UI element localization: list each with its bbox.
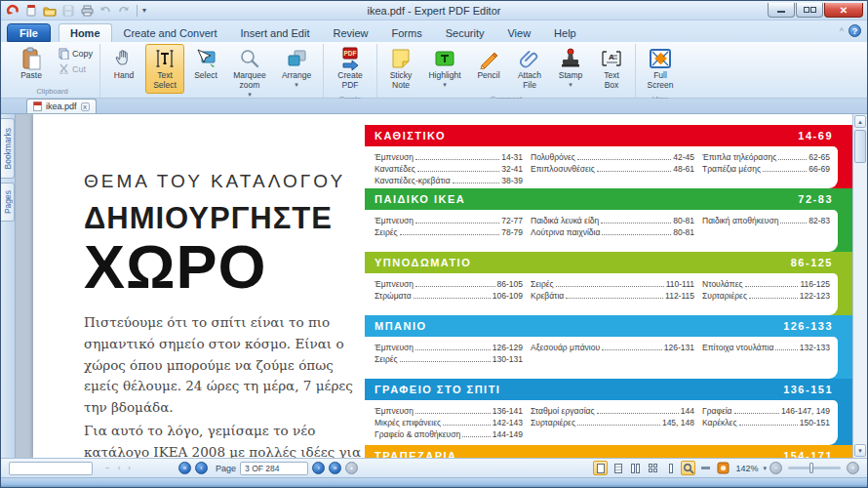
highlight-button[interactable]: Highlight ▾ [422, 44, 467, 91]
pencil-button[interactable]: Pencil [469, 44, 508, 84]
hand-tool-button[interactable]: Hand [104, 44, 143, 84]
toc-entry: Σειρές130-131 [375, 352, 523, 364]
previous-page-button[interactable]: ‹ [195, 462, 208, 474]
single-page-view-button[interactable] [593, 461, 608, 475]
stamp-caret-icon: ▾ [569, 81, 572, 88]
zoom-percentage[interactable]: 142% [735, 464, 758, 473]
arrange-caret-icon: ▾ [295, 81, 298, 88]
text-select-button[interactable]: Text Select [145, 44, 184, 94]
save-icon[interactable] [60, 4, 76, 18]
tab-security[interactable]: Security [434, 23, 496, 42]
tab-home[interactable]: Home [59, 23, 112, 42]
scroll-down-icon[interactable]: ▼ [854, 444, 866, 457]
zoom-slider-knob[interactable] [809, 463, 813, 473]
select-tool-button[interactable]: Select [186, 44, 225, 84]
sidebar-tab-pages[interactable]: Pages [1, 183, 15, 222]
arrange-button[interactable]: Arrange ▾ [274, 44, 319, 91]
create-pdf-button[interactable]: PDF Create PDF [328, 44, 373, 94]
facing-view-button[interactable] [628, 461, 643, 475]
hand-icon [113, 47, 135, 70]
toc-entry: Έμπνευση136-141 [375, 404, 523, 416]
previous-view-button[interactable]: • [345, 462, 358, 474]
minimize-ribbon-icon[interactable]: ^ [840, 26, 844, 36]
document-tab-close-icon[interactable]: x [81, 102, 90, 111]
toc-section-living-room: ΚΑΘΙΣΤΙΚΟ14-69 Έμπνευση14-31 Καναπέδες32… [365, 125, 852, 188]
sticky-note-button[interactable]: Sticky Note [381, 44, 420, 94]
highlight-icon [434, 47, 455, 70]
zoom-caret-icon[interactable]: ▾ [763, 465, 767, 471]
last-page-button[interactable]: » [329, 462, 341, 474]
stamp-button[interactable]: Stamp ▾ [551, 44, 590, 91]
next-page-button[interactable]: › [312, 462, 325, 474]
toc-section-dining-room: ΤΡΑΠΕΖΑΡΙΑ154-171 [365, 445, 852, 458]
undo-icon[interactable] [98, 4, 113, 18]
group-view: Full Screen View [636, 44, 685, 98]
page-number-input[interactable] [240, 462, 308, 475]
section-range: 154-171 [783, 450, 833, 458]
status-search-field[interactable] [9, 462, 93, 475]
highlight-caret-icon: ▾ [443, 81, 447, 88]
restore-button[interactable] [796, 3, 823, 18]
qat-menu-caret-icon[interactable]: ▾ [142, 6, 146, 15]
zoom-in-button[interactable]: + [847, 462, 859, 474]
marquee-zoom-toggle-button[interactable] [681, 461, 695, 475]
scrollbar-thumb[interactable] [854, 130, 866, 163]
paste-button[interactable]: Paste [9, 44, 54, 84]
section-range: 126-133 [783, 320, 833, 332]
redo-icon[interactable] [116, 4, 132, 18]
sidebar-tab-bookmarks[interactable]: Bookmarks [1, 118, 15, 179]
first-page-button[interactable]: « [178, 462, 191, 474]
text-box-icon: A [601, 47, 622, 70]
scroll-up-icon[interactable]: ▲ [854, 115, 866, 128]
page-flip-view-button[interactable] [663, 461, 678, 475]
mini-prev-icon[interactable]: ‹ [115, 464, 124, 472]
tab-forms[interactable]: Forms [380, 23, 434, 42]
mini-minus-icon[interactable]: − [102, 464, 113, 472]
toc-entry: Συρταριέρες145, 148 [531, 416, 694, 427]
mini-next-icon[interactable]: › [125, 464, 134, 472]
toc-entry: Κρεβάτια112-115 [531, 289, 694, 301]
continuous-facing-view-button[interactable] [646, 461, 660, 475]
tab-review[interactable]: Review [321, 23, 379, 42]
dynamic-zoom-button[interactable] [716, 461, 730, 475]
app-logo-icon[interactable] [5, 4, 20, 18]
loupe-icon [701, 467, 710, 469]
loupe-tool-button[interactable] [698, 461, 713, 475]
toc-section-home-office: ΓΡΑΦΕΙΟ ΣΤΟ ΣΠΙΤΙ136-151 Έμπνευση136-141… [365, 379, 852, 445]
tab-insert-and-edit[interactable]: Insert and Edit [229, 23, 322, 42]
document-area: Bookmarks Pages ΘΕΜΑ ΤΟΥ ΚΑΤΑΛΟΓΟΥ ΔΗΜΙΟ… [1, 114, 867, 458]
toc-entry: Έμπνευση14-31 [375, 150, 523, 162]
body-paragraph-2: Για αυτό το λόγο, γεμίσαμε το νέο κατάλο… [84, 421, 365, 458]
full-screen-button[interactable]: Full Screen [640, 44, 681, 94]
status-bar: − ‹ › « ‹ Page › » • 142% ▾ − [1, 458, 867, 477]
catalog-kicker: ΘΕΜΑ ΤΟΥ ΚΑΤΑΛΟΓΟΥ [84, 171, 365, 192]
svg-text:PDF: PDF [344, 50, 357, 57]
stamp-icon [560, 47, 581, 70]
open-document-icon[interactable] [23, 4, 39, 18]
tab-create-and-convert[interactable]: Create and Convert [112, 23, 229, 42]
document-tab-label: ikea.pdf [46, 102, 77, 111]
attach-file-button[interactable]: Attach File [510, 44, 549, 94]
copy-button[interactable]: Copy [56, 47, 96, 61]
zoom-slider[interactable] [788, 467, 841, 469]
print-icon[interactable] [79, 4, 95, 18]
cut-button[interactable]: Cut [56, 62, 96, 75]
zoom-out-button[interactable]: − [769, 462, 782, 474]
document-tab-ikea[interactable]: ikea.pdf x [26, 99, 97, 113]
marquee-zoom-button[interactable]: Marquee zoom ▾ [227, 44, 272, 101]
minimize-button[interactable] [768, 3, 795, 18]
file-menu-button[interactable]: File [7, 23, 51, 42]
pencil-icon [478, 47, 499, 70]
help-button[interactable]: ? [848, 24, 861, 37]
vertical-scrollbar[interactable]: ▲ ▼ [852, 114, 867, 458]
close-button[interactable]: ✕ [824, 3, 863, 18]
open-folder-icon[interactable] [42, 4, 58, 18]
toc-entry: Σειρές110-111 [531, 277, 694, 289]
text-box-button[interactable]: A Text Box [592, 44, 631, 94]
app-window: ▾ ikea.pdf - Expert PDF Editor ✕ File Ho… [0, 0, 868, 488]
section-title: ΥΠΝΟΔΩΜΑΤΙΟ [375, 257, 471, 268]
continuous-view-button[interactable] [611, 461, 625, 475]
tab-help[interactable]: Help [542, 23, 588, 42]
svg-text:A: A [609, 53, 614, 61]
tab-view[interactable]: View [495, 23, 542, 42]
